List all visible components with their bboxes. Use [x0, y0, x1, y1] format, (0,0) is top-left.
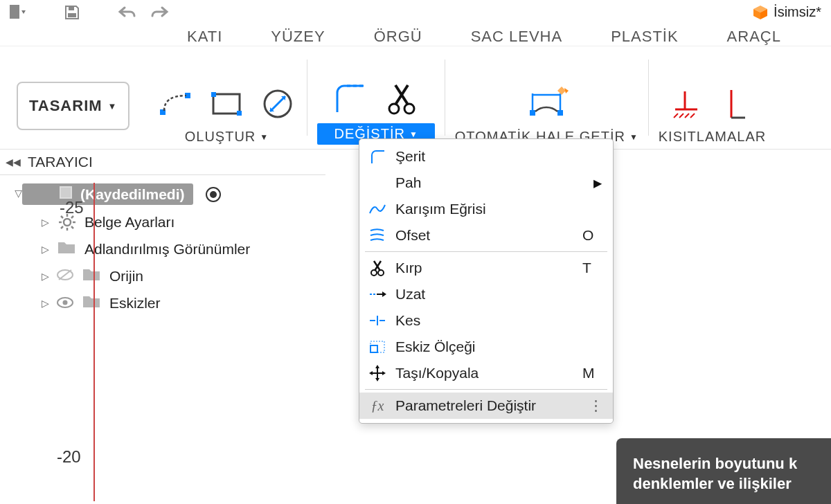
line-tool-icon[interactable]	[156, 84, 195, 123]
scale-icon	[368, 338, 387, 356]
svg-rect-9	[211, 92, 216, 97]
horizontal-constraint-icon[interactable]	[667, 84, 706, 123]
tree-item-label: Adlandırılmış Görünümler	[84, 241, 250, 258]
menu-item-olcek[interactable]: Eskiz Ölçeği	[359, 334, 613, 360]
create-section-label[interactable]: OLUŞTUR▼	[185, 129, 269, 145]
menu-item-tasi[interactable]: Taşı/Kopyala M	[359, 360, 613, 386]
design-button-label: TASARIM	[29, 97, 102, 115]
svg-marker-67	[375, 378, 379, 381]
vertical-constraint-icon[interactable]	[718, 84, 757, 123]
tab-plastik[interactable]: PLASTİK	[611, 28, 678, 46]
menu-item-serit[interactable]: Şerit	[359, 143, 613, 170]
svg-line-32	[690, 114, 695, 118]
expand-icon[interactable]: ▷	[42, 271, 50, 282]
tab-orgu[interactable]: ÖRGÜ	[374, 28, 422, 46]
offset-icon	[368, 226, 387, 244]
auto-dimension-icon[interactable]	[527, 84, 566, 123]
constraints-section-label[interactable]: KISITLAMALAR	[659, 129, 766, 145]
svg-line-29	[674, 114, 678, 118]
tab-yuzey[interactable]: YÜZEY	[271, 28, 325, 46]
expand-icon[interactable]: ▷	[14, 190, 25, 199]
chevron-down-icon: ▼	[409, 129, 418, 139]
submenu-arrow-icon: ▶	[593, 177, 602, 190]
menu-item-ofset[interactable]: Ofset O	[359, 222, 613, 249]
svg-point-50	[63, 300, 68, 305]
browser-tree: ▷ (Kaydedilmedi) -25 ▷	[0, 175, 325, 321]
tooltip-line2: denklemler ve ilişkiler	[633, 474, 817, 494]
svg-marker-69	[382, 371, 386, 375]
modify-dropdown-menu: Şerit Pah ▶ Karışım Eğrisi Ofset O Kırp …	[359, 138, 614, 424]
circle-tool-icon[interactable]	[258, 84, 297, 123]
modify-section: DEĞİŞTİR▼	[307, 46, 444, 149]
menu-item-shortcut: M	[582, 365, 602, 381]
blank-icon	[368, 174, 387, 192]
svg-line-44	[71, 226, 73, 228]
document-title: İsimsiz*	[753, 4, 821, 20]
file-dropdown-icon[interactable]	[7, 3, 26, 22]
quick-access-toolbar	[0, 0, 831, 25]
menu-item-kes[interactable]: Kes	[359, 307, 613, 334]
menu-separator	[365, 389, 607, 390]
svg-point-52	[371, 270, 377, 276]
folder-icon	[82, 294, 102, 312]
document-title-text: İsimsiz*	[774, 4, 821, 20]
expand-icon[interactable]: ▷	[42, 298, 50, 309]
visibility-off-icon[interactable]	[57, 268, 75, 285]
more-icon[interactable]: ⋮	[589, 397, 605, 414]
tooltip-line1: Nesnelerin boyutunu k	[633, 453, 817, 474]
tooltip: Nesnelerin boyutunu k denklemler ve iliş…	[616, 438, 831, 504]
fillet-icon	[368, 147, 387, 165]
redo-icon[interactable]	[150, 3, 169, 22]
menu-item-label: Şerit	[395, 148, 602, 165]
tree-item-doc-settings[interactable]: ▷ Belge Ayarları	[3, 209, 323, 235]
tree-item-origin[interactable]: ▷ Orijin	[3, 262, 323, 289]
design-section: TASARIM ▼	[0, 46, 146, 149]
svg-marker-58	[382, 291, 386, 297]
svg-rect-8	[213, 94, 240, 114]
expand-icon[interactable]: ▷	[42, 217, 50, 228]
browser-header[interactable]: ◀◀ TARAYICI	[0, 150, 325, 175]
menu-item-shortcut: T	[582, 260, 602, 276]
tab-kati[interactable]: KATI	[187, 28, 222, 46]
wave-icon	[368, 200, 387, 218]
menu-item-karisim[interactable]: Karışım Eğrisi	[359, 196, 613, 222]
svg-point-38	[64, 219, 71, 226]
tree-item-label: Orijin	[109, 268, 143, 285]
extend-icon	[368, 285, 387, 303]
rectangle-tool-icon[interactable]	[207, 84, 246, 123]
save-icon[interactable]	[62, 3, 82, 22]
collapse-icon[interactable]: ◀◀	[6, 156, 21, 168]
undo-icon[interactable]	[118, 3, 137, 22]
svg-point-16	[389, 104, 399, 114]
tree-root-row[interactable]: ▷ (Kaydedilmedi)	[3, 179, 323, 209]
fillet-tool-icon[interactable]	[331, 79, 370, 118]
menu-item-label: Parametreleri Değiştir	[395, 397, 602, 414]
ribbon: TASARIM ▼ OLUŞTUR▼	[0, 46, 831, 150]
menu-item-label: Kes	[395, 312, 602, 329]
menu-item-kirp[interactable]: Kırp T	[359, 255, 613, 281]
tree-item-sketches[interactable]: ▷ Eskizler	[3, 289, 323, 316]
automate-section: OTOMATİK HALE GETİR▼	[445, 46, 648, 149]
menu-item-label: Eskiz Ölçeği	[395, 339, 602, 355]
trim-tool-icon[interactable]	[382, 79, 421, 118]
svg-rect-10	[237, 111, 242, 116]
chevron-down-icon: ▼	[260, 132, 269, 142]
active-component-radio[interactable]	[206, 187, 221, 202]
svg-marker-66	[375, 365, 379, 368]
browser-panel: ◀◀ TARAYICI ▷ (Kaydedilmedi) -25 ▷	[0, 150, 325, 501]
menu-item-pah[interactable]: Pah ▶	[359, 170, 613, 196]
browser-title: TARAYICI	[28, 154, 93, 170]
menu-item-uzat[interactable]: Uzat	[359, 281, 613, 307]
svg-line-30	[679, 114, 683, 118]
tab-araclar[interactable]: ARAÇL	[727, 28, 781, 46]
expand-icon[interactable]: ▷	[42, 244, 50, 255]
ruler-value-top: -25	[60, 198, 84, 217]
design-dropdown-button[interactable]: TASARIM ▼	[17, 82, 129, 130]
svg-line-12	[270, 96, 285, 111]
tree-item-label: Eskizler	[109, 295, 161, 312]
tab-saclevha[interactable]: SAC LEVHA	[471, 28, 563, 46]
menu-item-parametreler[interactable]: ƒx Parametreleri Değiştir ⋮	[359, 393, 613, 419]
tree-item-named-views[interactable]: ▷ Adlandırılmış Görünümler	[3, 235, 323, 262]
svg-rect-1	[69, 6, 74, 10]
visibility-icon[interactable]	[57, 295, 75, 312]
